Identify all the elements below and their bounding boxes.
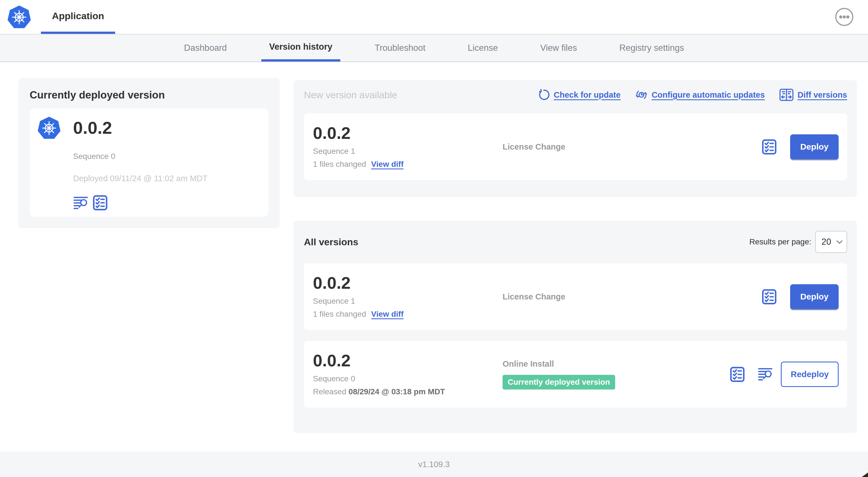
tab-registry-settings[interactable]: Registry settings	[612, 34, 692, 62]
preflight-checks-icon[interactable]	[762, 139, 777, 155]
diff-versions-link[interactable]: Diff versions	[779, 89, 847, 101]
view-deploy-logs-icon[interactable]	[73, 197, 88, 209]
app-header: Application	[0, 0, 868, 34]
app-subnav: Dashboard Version history Troubleshoot L…	[0, 34, 868, 62]
view-deploy-logs-icon[interactable]	[758, 368, 773, 381]
app-tab-application[interactable]: Application	[41, 0, 115, 34]
view-diff-link[interactable]: View diff	[371, 309, 404, 318]
version-source: License Change	[503, 142, 762, 152]
preflight-checks-icon[interactable]	[730, 367, 745, 382]
results-per-page-select[interactable]: 20	[815, 231, 847, 253]
configure-automatic-updates-link[interactable]: Configure automatic updates	[635, 89, 765, 101]
tab-license[interactable]: License	[460, 34, 506, 62]
deploy-button[interactable]: Deploy	[790, 135, 839, 159]
deployed-version-number: 0.0.2	[73, 119, 112, 137]
preflight-checks-icon[interactable]	[93, 195, 107, 211]
version-sequence: Sequence 1	[313, 147, 503, 156]
kubernetes-logo-icon	[7, 4, 32, 29]
overflow-menu-button[interactable]	[835, 7, 854, 27]
check-for-update-link[interactable]: Check for update	[538, 89, 621, 101]
new-version-heading: New version available	[304, 89, 397, 100]
currently-deployed-panel: Currently deployed version 0.0.2 Sequenc…	[18, 78, 280, 228]
view-diff-link[interactable]: View diff	[371, 160, 404, 169]
released-prefix: Released	[313, 387, 346, 396]
version-sequence: Sequence 1	[313, 297, 503, 306]
console-version: v1.109.3	[418, 460, 450, 469]
redeploy-button[interactable]: Redeploy	[781, 362, 839, 387]
currently-deployed-card: 0.0.2 Sequence 0 Deployed 09/11/24 @ 11:…	[30, 109, 268, 217]
currently-deployed-heading: Currently deployed version	[30, 89, 268, 101]
all-versions-heading: All versions	[304, 237, 359, 247]
tab-version-history[interactable]: Version history	[261, 34, 340, 62]
kubernetes-app-icon	[37, 116, 61, 140]
deploy-button[interactable]: Deploy	[790, 284, 839, 309]
released-timestamp: 08/29/24 @ 03:18 pm MDT	[348, 387, 445, 396]
version-row-sequence-0: 0.0.2 Sequence 0 Released 08/29/24 @ 03:…	[304, 341, 847, 408]
version-source: License Change	[503, 292, 762, 301]
files-changed-text: 1 files changed	[313, 160, 366, 169]
tab-view-files[interactable]: View files	[532, 34, 585, 62]
main-content: Currently deployed version 0.0.2 Sequenc…	[0, 62, 868, 433]
preflight-checks-icon[interactable]	[762, 289, 777, 304]
new-version-section: New version available Check for update C…	[293, 80, 857, 197]
files-changed-text: 1 files changed	[313, 309, 366, 318]
tab-troubleshoot[interactable]: Troubleshoot	[367, 34, 433, 62]
deployed-sequence: Sequence 0	[73, 152, 261, 161]
version-number: 0.0.2	[313, 275, 503, 292]
deployed-timestamp: Deployed 09/11/24 @ 11:02 am MDT	[73, 174, 261, 183]
tab-dashboard[interactable]: Dashboard	[176, 34, 235, 62]
version-number: 0.0.2	[313, 125, 503, 142]
app-tab-label: Application	[52, 10, 104, 22]
all-versions-section: All versions Results per page: 20 0.0.2 …	[293, 221, 857, 433]
results-per-page-label: Results per page:	[749, 237, 811, 246]
currently-deployed-badge: Currently deployed version	[503, 375, 615, 389]
mouse-cursor-artifact	[862, 473, 868, 477]
app-footer: v1.109.3	[0, 452, 868, 477]
auto-update-clock-icon	[635, 89, 648, 101]
diff-icon	[779, 89, 794, 101]
version-sequence: Sequence 0	[313, 374, 503, 383]
version-source: Online Install	[503, 359, 730, 368]
version-number: 0.0.2	[313, 352, 503, 369]
version-row-sequence-1: 0.0.2 Sequence 1 1 files changedView dif…	[304, 263, 847, 330]
new-version-row: 0.0.2 Sequence 1 1 files changedView dif…	[304, 114, 847, 180]
chevron-down-icon	[836, 240, 843, 244]
refresh-icon	[538, 89, 550, 101]
